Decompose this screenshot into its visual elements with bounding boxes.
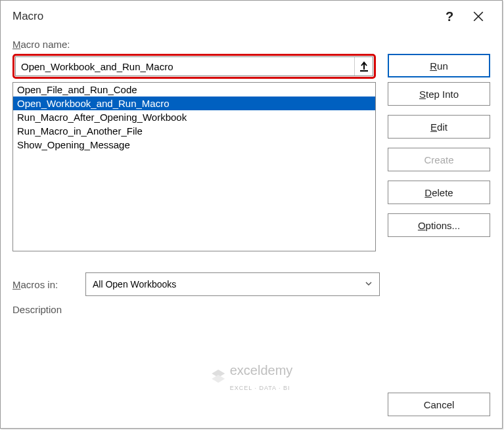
- mnemonic-m: M: [12, 39, 21, 50]
- macro-name-field-wrap: [15, 56, 373, 76]
- mnemonic-s: S: [419, 89, 426, 100]
- edit-label: dit: [437, 121, 447, 133]
- list-row: Open_File_and_Run_CodeOpen_Workbook_and_…: [12, 82, 490, 251]
- macro-name-label-text: acro name:: [21, 39, 70, 50]
- svg-marker-5: [212, 375, 225, 383]
- macro-item[interactable]: Run_Macro_After_Opening_Workbook: [13, 110, 375, 124]
- mnemonic-scope: M: [12, 279, 21, 290]
- chevron-down-icon: [365, 279, 373, 290]
- step-into-button[interactable]: Step Into: [388, 82, 490, 106]
- help-button[interactable]: ?: [435, 3, 464, 30]
- mnemonic-d: D: [424, 187, 432, 198]
- watermark-logo-icon: [210, 368, 226, 387]
- side-button-run-slot: Run: [388, 54, 490, 79]
- watermark-sub: EXCEL · DATA · BI: [230, 385, 293, 391]
- cancel-button[interactable]: Cancel: [388, 393, 490, 416]
- footer: Cancel: [388, 393, 490, 416]
- options-label: ptions...: [426, 220, 461, 231]
- create-button: Create: [388, 148, 490, 171]
- dialog-title: Macro: [12, 10, 435, 23]
- watermark-text: exceldemy: [230, 363, 293, 378]
- edit-button[interactable]: Edit: [388, 115, 490, 139]
- run-label: un: [437, 60, 448, 72]
- macro-item[interactable]: Show_Opening_Message: [13, 138, 375, 152]
- mnemonic-e: E: [430, 121, 437, 133]
- macro-name-input[interactable]: [16, 57, 354, 75]
- macro-item[interactable]: Run_Macro_in_Another_File: [13, 124, 375, 138]
- macro-list[interactable]: Open_File_and_Run_CodeOpen_Workbook_and_…: [12, 82, 376, 251]
- description-label: Description: [12, 304, 490, 315]
- macro-item[interactable]: Open_File_and_Run_Code: [13, 83, 375, 97]
- delete-button[interactable]: Delete: [388, 181, 490, 204]
- macros-in-label-text: acros in:: [21, 279, 58, 290]
- macros-in-label: Macros in:: [12, 279, 75, 290]
- macro-name-highlight: [12, 54, 376, 79]
- svg-marker-4: [212, 370, 225, 377]
- side-buttons: Step Into Edit Create Delete Options...: [388, 82, 490, 251]
- macro-item[interactable]: Open_Workbook_and_Run_Macro: [13, 97, 375, 110]
- macros-in-value: All Open Workbooks: [93, 279, 176, 290]
- macro-name-label: Macro name:: [12, 39, 490, 50]
- dialog-content: Macro name: Run Open_File_and_Run_CodeOp…: [1, 32, 502, 327]
- titlebar: Macro ?: [1, 1, 502, 32]
- run-button[interactable]: Run: [388, 54, 490, 77]
- scope-row: Macros in: All Open Workbooks: [12, 272, 490, 296]
- macros-in-select[interactable]: All Open Workbooks: [85, 272, 380, 296]
- close-icon: [472, 11, 484, 22]
- mnemonic-r: R: [430, 60, 437, 72]
- delete-label: elete: [432, 187, 453, 198]
- step-into-label: tep Into: [426, 89, 459, 100]
- watermark: exceldemy EXCEL · DATA · BI: [210, 363, 293, 391]
- close-button[interactable]: [464, 3, 493, 30]
- mnemonic-o: O: [418, 220, 426, 231]
- macro-name-goto-button[interactable]: [354, 57, 373, 75]
- name-row: Run: [12, 54, 490, 79]
- arrow-up-bar-icon: [359, 61, 369, 72]
- options-button[interactable]: Options...: [388, 213, 490, 237]
- macro-dialog: Macro ? Macro name: Run Open_File: [0, 0, 503, 429]
